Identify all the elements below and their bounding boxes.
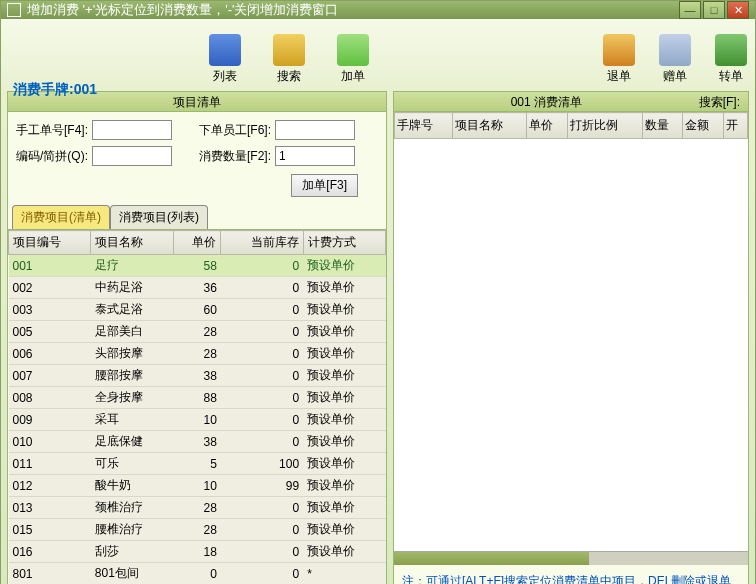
rcol-disc[interactable]: 打折比例 xyxy=(567,113,642,139)
table-row[interactable]: 001足疗580预设单价 xyxy=(9,255,386,277)
horizontal-scrollbar[interactable] xyxy=(394,551,748,565)
table-row[interactable]: 010足底保健380预设单价 xyxy=(9,431,386,453)
close-button[interactable]: ✕ xyxy=(727,1,749,19)
list-icon xyxy=(209,34,241,66)
right-search-label: 搜索[F]: xyxy=(699,92,748,111)
table-row[interactable]: 007腰部按摩380预设单价 xyxy=(9,365,386,387)
note-text: 注：可通过[ALT+F]搜索定位消费清单中项目，DEL删除或退单 xyxy=(394,565,748,584)
emp-label: 下单员工[F6]: xyxy=(199,122,271,139)
return-label: 退单 xyxy=(607,68,631,85)
maximize-button[interactable]: □ xyxy=(703,1,725,19)
list-label: 列表 xyxy=(213,68,237,85)
col-mode[interactable]: 计费方式 xyxy=(303,231,385,255)
give-icon xyxy=(659,34,691,66)
transfer-label: 转单 xyxy=(719,68,743,85)
emp-input[interactable] xyxy=(275,120,355,140)
qty-label: 消费数量[F2]: xyxy=(199,148,271,165)
tab-grid[interactable]: 消费项目(列表) xyxy=(110,205,208,229)
scroll-thumb[interactable] xyxy=(394,552,589,565)
transfer-button[interactable]: 转单 xyxy=(715,34,747,85)
rcol-name[interactable]: 项目名称 xyxy=(452,113,527,139)
add-label: 加单 xyxy=(341,68,365,85)
rcol-card[interactable]: 手牌号 xyxy=(395,113,453,139)
code-label: 编码/简拼(Q): xyxy=(16,148,88,165)
add-icon xyxy=(337,34,369,66)
return-icon xyxy=(603,34,635,66)
table-row[interactable]: 012酸牛奶1099预设单价 xyxy=(9,475,386,497)
order-grid[interactable] xyxy=(394,139,748,551)
list-button[interactable]: 列表 xyxy=(209,34,241,85)
right-panel: 001 消费清单 搜索[F]: 手牌号 项目名称 单价 打折比例 数量 金额 开… xyxy=(393,91,749,584)
col-id[interactable]: 项目编号 xyxy=(9,231,91,255)
rcol-qty[interactable]: 数量 xyxy=(642,113,683,139)
col-stock[interactable]: 当前库存 xyxy=(221,231,303,255)
items-grid[interactable]: 项目编号 项目名称 单价 当前库存 计费方式 001足疗580预设单价002中药… xyxy=(8,229,386,584)
return-button[interactable]: 退单 xyxy=(603,34,635,85)
window-icon xyxy=(7,3,21,17)
rcol-open[interactable]: 开 xyxy=(724,113,748,139)
manual-input[interactable] xyxy=(92,120,172,140)
rcol-price[interactable]: 单价 xyxy=(527,113,568,139)
table-row[interactable]: 006头部按摩280预设单价 xyxy=(9,343,386,365)
col-name[interactable]: 项目名称 xyxy=(91,231,173,255)
table-row[interactable]: 005足部美白280预设单价 xyxy=(9,321,386,343)
add-order-button[interactable]: 加单[F3] xyxy=(291,174,358,197)
table-row[interactable]: 015腰椎治疗280预设单价 xyxy=(9,519,386,541)
card-label: 消费手牌:001 xyxy=(13,81,97,99)
add-button[interactable]: 加单 xyxy=(337,34,369,85)
transfer-icon xyxy=(715,34,747,66)
right-panel-title: 001 消费清单 xyxy=(394,92,699,111)
search-label: 搜索 xyxy=(277,68,301,85)
col-price[interactable]: 单价 xyxy=(173,231,221,255)
table-row[interactable]: 009采耳100预设单价 xyxy=(9,409,386,431)
window-title: 增加消费 '+'光标定位到消费数量，'-'关闭增加消费窗口 xyxy=(27,1,679,19)
tab-list[interactable]: 消费项目(清单) xyxy=(12,205,110,229)
code-input[interactable] xyxy=(92,146,172,166)
titlebar: 增加消费 '+'光标定位到消费数量，'-'关闭增加消费窗口 — □ ✕ xyxy=(1,1,755,19)
toolbar: 列表 搜索 加单 退单 赠单 转单 xyxy=(1,19,755,91)
search-button[interactable]: 搜索 xyxy=(273,34,305,85)
table-row[interactable]: 002中药足浴360预设单价 xyxy=(9,277,386,299)
table-row[interactable]: 003泰式足浴600预设单价 xyxy=(9,299,386,321)
left-panel: 项目清单 手工单号[F4]: 下单员工[F6]: 编码/简拼(Q): 消费数量[… xyxy=(7,91,387,584)
minimize-button[interactable]: — xyxy=(679,1,701,19)
rcol-amt[interactable]: 金额 xyxy=(683,113,724,139)
table-row[interactable]: 016刮莎180预设单价 xyxy=(9,541,386,563)
give-button[interactable]: 赠单 xyxy=(659,34,691,85)
table-row[interactable]: 013颈椎治疗280预设单价 xyxy=(9,497,386,519)
table-row[interactable]: 008全身按摩880预设单价 xyxy=(9,387,386,409)
manual-label: 手工单号[F4]: xyxy=(16,122,88,139)
qty-input[interactable] xyxy=(275,146,355,166)
search-icon xyxy=(273,34,305,66)
table-row[interactable]: 011可乐5100预设单价 xyxy=(9,453,386,475)
table-row[interactable]: 801801包间00* xyxy=(9,563,386,585)
give-label: 赠单 xyxy=(663,68,687,85)
